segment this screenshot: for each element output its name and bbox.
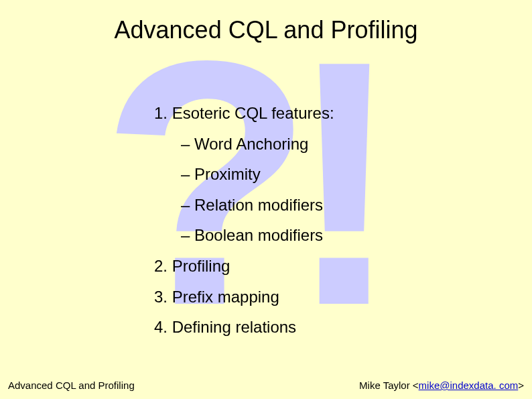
slide-footer: Advanced CQL and Profiling Mike Taylor <…	[8, 380, 524, 391]
item-4: 4. Defining relations	[154, 312, 532, 343]
item-2: 2. Profiling	[154, 251, 532, 282]
author-name: Mike Taylor	[359, 380, 410, 391]
author-email-link[interactable]: mike@indexdata. com	[419, 380, 519, 391]
item-1b: – Proximity	[181, 159, 532, 190]
author-bracket-close: >	[518, 380, 524, 391]
item-1d: – Boolean modifiers	[181, 220, 532, 251]
item-1: 1. Esoteric CQL features:	[154, 98, 532, 129]
slide-title: Advanced CQL and Profiling	[0, 0, 532, 44]
item-1a: – Word Anchoring	[181, 129, 532, 160]
slide-content: 1. Esoteric CQL features: – Word Anchori…	[154, 98, 532, 343]
item-3: 3. Prefix mapping	[154, 282, 532, 312]
item-1c: – Relation modifiers	[181, 190, 532, 221]
author-bracket-open: <	[410, 380, 419, 391]
footer-left: Advanced CQL and Profiling	[8, 380, 135, 391]
footer-author: Mike Taylor <mike@indexdata. com>	[359, 380, 524, 391]
